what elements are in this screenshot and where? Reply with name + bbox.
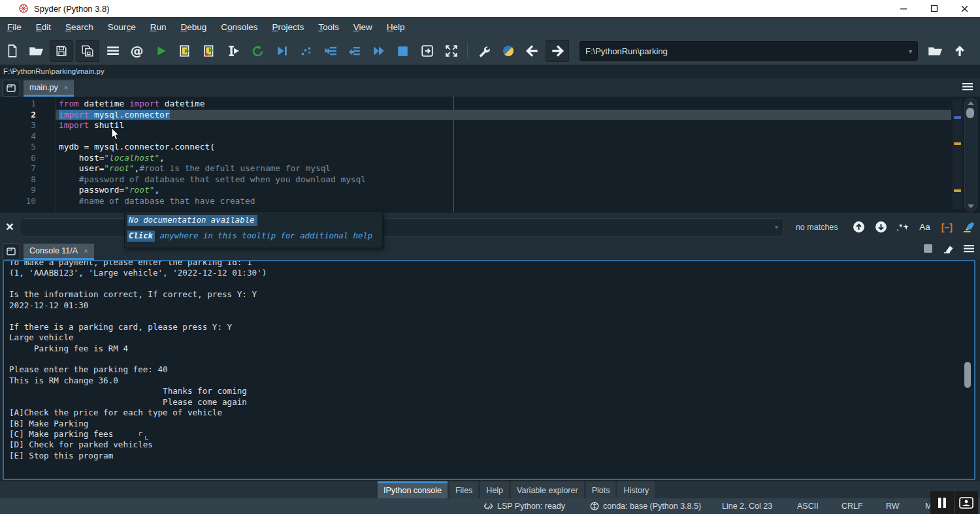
maximize-button[interactable] xyxy=(919,0,949,17)
interrupt-kernel-icon[interactable] xyxy=(923,244,933,256)
find-previous-button[interactable] xyxy=(847,221,870,233)
back-button[interactable] xyxy=(520,40,544,62)
code-line-7[interactable]: 7 user="root",#root is the defult userna… xyxy=(0,163,951,174)
editor-tab-close-icon[interactable]: × xyxy=(64,84,68,91)
regex-toggle-icon[interactable]: .* xyxy=(892,222,914,233)
code-line-3[interactable]: 3import shutil xyxy=(0,120,951,131)
parent-directory-button[interactable] xyxy=(947,40,972,62)
console-line: (1, 'AAABB123', 'Large vehicle', '2022-1… xyxy=(9,268,950,278)
remove-variables-icon[interactable] xyxy=(942,244,954,256)
maximize-pane-button[interactable] xyxy=(415,40,439,62)
run-file-button[interactable] xyxy=(149,40,173,62)
editor-tab-label: main.py xyxy=(29,83,58,92)
symbol-finder-button[interactable]: @ xyxy=(125,40,149,62)
menu-view[interactable]: View xyxy=(346,22,380,32)
conda-icon xyxy=(590,502,599,511)
find-history-dropdown-icon[interactable]: ▾ xyxy=(775,223,778,231)
working-directory-dropdown-icon[interactable]: ▾ xyxy=(909,48,912,55)
run-cell-advance-button[interactable] xyxy=(197,40,221,62)
menu-source[interactable]: Source xyxy=(101,22,143,32)
code-line-5[interactable]: 5mydb = mysql.connector.connect( xyxy=(0,142,951,153)
debug-continue-button[interactable] xyxy=(367,40,391,62)
line-number: 2 xyxy=(0,110,36,121)
editor-tab-main-py[interactable]: main.py × xyxy=(24,80,74,97)
console-line: Please enter the parking fee: 40 xyxy=(9,364,950,375)
find-next-button[interactable] xyxy=(870,221,892,233)
menu-edit[interactable]: Edit xyxy=(29,22,58,32)
pane-tab-files[interactable]: Files xyxy=(449,481,478,498)
lsp-icon xyxy=(483,502,493,511)
menu-consoles[interactable]: Consoles xyxy=(214,22,265,32)
save-all-button[interactable] xyxy=(76,40,99,62)
browse-directory-button[interactable] xyxy=(923,40,947,62)
menu-tools[interactable]: Tools xyxy=(311,22,346,32)
debug-stop-button[interactable] xyxy=(391,40,415,62)
editor-tab-bar: main.py × xyxy=(0,78,980,97)
find-close-icon[interactable]: ✕ xyxy=(0,221,20,233)
console-line: Large vehicle xyxy=(9,332,950,343)
forward-button[interactable] xyxy=(546,40,569,62)
lsp-status-text: LSP Python: ready xyxy=(497,502,565,511)
console-line: Is the information correct, If correct, … xyxy=(9,289,950,300)
console-scrollbar[interactable] xyxy=(964,263,972,475)
menu-debug[interactable]: Debug xyxy=(173,22,214,32)
preferences-button[interactable] xyxy=(472,40,496,62)
code-line-10[interactable]: 10 #name of database that have created xyxy=(0,196,951,207)
menu-help[interactable]: Help xyxy=(380,22,412,32)
recorder-screenshot-button[interactable] xyxy=(955,491,978,514)
console-options-menu-icon[interactable] xyxy=(963,244,975,256)
run-selection-button[interactable] xyxy=(221,40,246,62)
run-cell-button[interactable] xyxy=(173,40,197,62)
documentation-tooltip[interactable]: No documentation available Click anywher… xyxy=(124,212,383,248)
rerun-cell-button[interactable] xyxy=(246,40,270,62)
debug-step-return-button[interactable] xyxy=(342,40,367,62)
whole-words-toggle[interactable]: [–] xyxy=(936,222,958,233)
pane-tab-history[interactable]: History xyxy=(617,481,655,498)
console-line xyxy=(9,279,950,289)
debug-step-into-button[interactable] xyxy=(318,40,342,62)
fullscreen-button[interactable] xyxy=(439,40,463,62)
code-line-4[interactable]: 4 xyxy=(0,131,951,142)
editor-browse-tabs-button[interactable] xyxy=(2,80,20,97)
recorder-pause-button[interactable] xyxy=(930,491,954,514)
code-line-2[interactable]: 2import mysql.connector xyxy=(0,110,951,121)
code-line-8[interactable]: 8 #password of database that setted when… xyxy=(0,174,951,185)
scroll-up-arrow[interactable] xyxy=(968,101,974,105)
menu-projects[interactable]: Projects xyxy=(265,22,312,32)
console-scrollbar-thumb[interactable] xyxy=(964,362,971,388)
pane-tab-ipython-console[interactable]: IPython console xyxy=(378,481,448,498)
scroll-down-arrow[interactable] xyxy=(968,204,974,208)
new-file-button[interactable] xyxy=(0,40,24,62)
file-switcher-button[interactable] xyxy=(101,40,125,62)
editor-scrollbar[interactable] xyxy=(964,98,977,212)
editor-options-menu-icon[interactable] xyxy=(962,82,973,94)
pythonpath-manager-button[interactable] xyxy=(496,40,520,62)
console-line: 2022-12-12 01:30 xyxy=(9,300,950,311)
code-editor[interactable]: 1from datetime import datetime2import my… xyxy=(0,97,980,212)
editor-scrollbar-thumb[interactable] xyxy=(966,108,974,118)
menu-run[interactable]: Run xyxy=(143,22,174,32)
menu-file[interactable]: File xyxy=(0,22,29,32)
open-file-button[interactable] xyxy=(24,40,48,62)
minimize-button[interactable] xyxy=(888,0,919,17)
console-tab-close-icon[interactable]: × xyxy=(84,247,88,255)
save-file-button[interactable] xyxy=(50,40,73,62)
working-directory-input[interactable]: F:\PythonRun\parking ▾ xyxy=(580,41,918,61)
case-sensitive-toggle[interactable]: Aa xyxy=(914,222,936,232)
code-line-6[interactable]: 6 host="localhost", xyxy=(0,153,951,164)
console-tab[interactable]: Console 11/A × xyxy=(24,244,94,260)
code-line-1[interactable]: 1from datetime import datetime xyxy=(0,99,951,110)
pane-tab-help[interactable]: Help xyxy=(480,481,509,498)
console-line: [A]Check the price for each type of vehi… xyxy=(9,408,950,418)
code-line-9[interactable]: 9 password="root", xyxy=(0,185,951,196)
close-button[interactable] xyxy=(949,0,980,17)
console-browse-tabs-button[interactable] xyxy=(2,243,20,260)
highlight-matches-toggle[interactable] xyxy=(958,221,980,233)
pane-tab-plots[interactable]: Plots xyxy=(586,481,616,498)
debug-step-button[interactable] xyxy=(294,40,318,62)
ipython-console-output[interactable]: To make a payment, please enter the park… xyxy=(3,260,975,480)
pane-tab-strip: IPython consoleFilesHelpVariable explore… xyxy=(0,481,980,498)
pane-tab-variable-explorer[interactable]: Variable explorer xyxy=(511,481,584,498)
menu-search[interactable]: Search xyxy=(58,22,101,32)
debug-file-button[interactable] xyxy=(270,40,294,62)
